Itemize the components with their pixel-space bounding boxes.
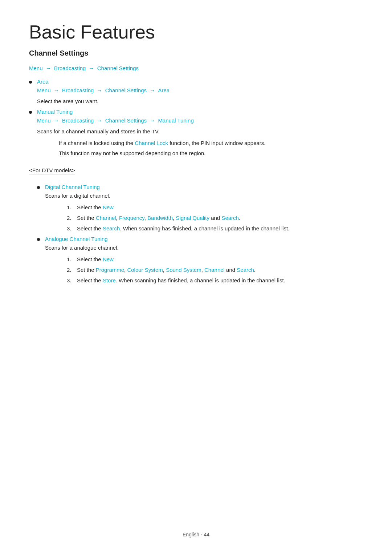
- analogue-step-1: 1. Select the New.: [67, 255, 363, 264]
- list-item-manual-tuning: Manual Tuning: [29, 109, 363, 115]
- bullet-dot-digital: [37, 186, 40, 189]
- area-description: Select the area you want.: [37, 97, 363, 106]
- channel-lock-link[interactable]: Channel Lock: [135, 140, 168, 146]
- analogue-store-link[interactable]: Store: [103, 277, 116, 283]
- section-heading: Channel Settings: [29, 49, 363, 57]
- digital-signal-quality-link[interactable]: Signal Quality: [176, 215, 209, 221]
- area-nav-area[interactable]: Area: [158, 87, 170, 93]
- top-nav-menu[interactable]: Menu: [29, 65, 43, 71]
- mt-nav-channel-settings[interactable]: Channel Settings: [105, 117, 147, 124]
- manual-tuning-link[interactable]: Manual Tuning: [37, 109, 73, 115]
- page-footer: English - 44: [0, 532, 392, 537]
- manual-tuning-note-1: If a channel is locked using the Channel…: [59, 139, 363, 148]
- digital-step-3: 3. Select the Search. When scanning has …: [67, 224, 363, 233]
- analogue-step1-new-link[interactable]: New: [103, 256, 113, 262]
- top-nav-arrow-2: →: [89, 65, 96, 71]
- digital-steps: 1. Select the New. 2. Set the Channel, F…: [67, 203, 363, 233]
- analogue-programme-link[interactable]: Programme: [96, 267, 124, 273]
- mt-nav-menu[interactable]: Menu: [37, 117, 51, 124]
- area-link[interactable]: Area: [37, 78, 49, 85]
- bullet-dot-analogue: [37, 238, 40, 241]
- analogue-channel-tuning-link[interactable]: Analogue Channel Tuning: [45, 236, 108, 242]
- area-nav-channel-settings[interactable]: Channel Settings: [105, 87, 147, 93]
- analogue-step-3: 3. Select the Store. When scanning has f…: [67, 276, 363, 285]
- bullet-dot-area: [29, 81, 32, 84]
- top-nav-broadcasting[interactable]: Broadcasting: [54, 65, 86, 71]
- bullet-dot-manual-tuning: [29, 111, 32, 114]
- analogue-search-link[interactable]: Search: [237, 267, 254, 273]
- manual-tuning-block: Menu → Broadcasting → Channel Settings →…: [37, 116, 363, 158]
- digital-channel-link[interactable]: Channel: [96, 215, 116, 221]
- analogue-sound-system-link[interactable]: Sound System: [166, 267, 201, 273]
- dtv-label: <For DTV models>: [29, 167, 75, 174]
- analogue-step-2: 2. Set the Programme, Colour System, Sou…: [67, 266, 363, 274]
- list-item-analogue-channel-tuning: Analogue Channel Tuning: [37, 236, 363, 242]
- area-nav-menu[interactable]: Menu: [37, 87, 51, 93]
- analogue-steps: 1. Select the New. 2. Set the Programme,…: [67, 255, 363, 285]
- area-block: Menu → Broadcasting → Channel Settings →…: [37, 86, 363, 106]
- digital-bandwidth-link[interactable]: Bandwidth: [147, 215, 173, 221]
- area-nav-broadcasting[interactable]: Broadcasting: [62, 87, 94, 93]
- top-nav-arrow-1: →: [46, 65, 53, 71]
- dtv-section: <For DTV models>: [29, 161, 363, 180]
- mt-nav-manual-tuning[interactable]: Manual Tuning: [158, 117, 193, 124]
- analogue-colour-system-link[interactable]: Colour System: [127, 267, 163, 273]
- top-nav-path: Menu → Broadcasting → Channel Settings: [29, 64, 363, 73]
- digital-step-2: 2. Set the Channel, Frequency, Bandwidth…: [67, 214, 363, 222]
- dtv-bullet-list: Digital Channel Tuning Scans for a digit…: [37, 184, 363, 285]
- list-item-digital-channel-tuning: Digital Channel Tuning: [37, 184, 363, 190]
- analogue-channel-link[interactable]: Channel: [204, 267, 225, 273]
- digital-channel-block: Scans for a digital channel. 1. Select t…: [45, 192, 363, 233]
- area-nav-path: Menu → Broadcasting → Channel Settings →…: [37, 86, 363, 95]
- digital-channel-tuning-link[interactable]: Digital Channel Tuning: [45, 184, 100, 190]
- main-bullet-list: Area Menu → Broadcasting → Channel Setti…: [29, 78, 363, 158]
- page-title: Basic Features: [29, 22, 363, 43]
- manual-tuning-nav-path: Menu → Broadcasting → Channel Settings →…: [37, 116, 363, 125]
- manual-tuning-note-2: This function may not be supported depen…: [59, 149, 363, 158]
- top-nav-channel-settings[interactable]: Channel Settings: [97, 65, 139, 71]
- digital-step-1: 1. Select the New.: [67, 203, 363, 212]
- analogue-description: Scans for a analogue channel.: [45, 243, 363, 252]
- manual-tuning-description: Scans for a channel manually and stores …: [37, 127, 363, 136]
- digital-step3-search-link[interactable]: Search: [103, 225, 120, 231]
- footer-text: English - 44: [183, 532, 209, 537]
- list-item-area: Area: [29, 78, 363, 85]
- digital-step1-new-link[interactable]: New: [103, 204, 113, 210]
- mt-nav-broadcasting[interactable]: Broadcasting: [62, 117, 94, 124]
- analogue-channel-block: Scans for a analogue channel. 1. Select …: [45, 243, 363, 285]
- digital-description: Scans for a digital channel.: [45, 192, 363, 200]
- digital-frequency-link[interactable]: Frequency: [119, 215, 144, 221]
- digital-search-link[interactable]: Search: [221, 215, 239, 221]
